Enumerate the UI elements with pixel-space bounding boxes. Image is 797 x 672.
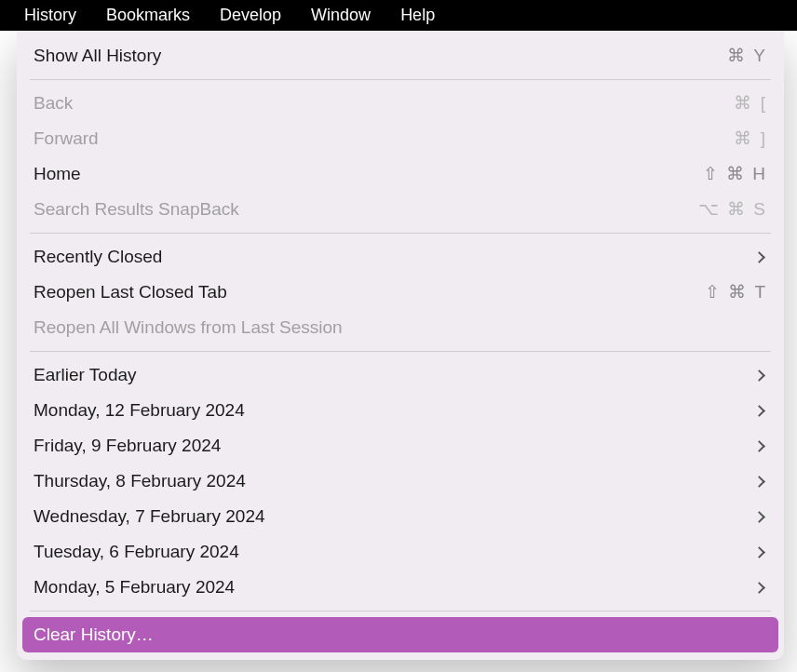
chevron-right-icon — [753, 511, 765, 523]
menu-item-show-all-history[interactable]: Show All History ⌘ Y — [17, 38, 784, 74]
keyboard-shortcut: ⌘ ] — [734, 125, 767, 153]
menu-separator — [30, 351, 771, 352]
menu-label: Monday, 5 February 2024 — [34, 573, 755, 601]
menu-label: Forward — [34, 125, 734, 153]
menu-label: Friday, 9 February 2024 — [34, 432, 755, 460]
menu-item-forward: Forward ⌘ ] — [17, 121, 784, 156]
menubar-item-bookmarks[interactable]: Bookmarks — [91, 0, 205, 31]
menubar: History Bookmarks Develop Window Help — [0, 0, 797, 31]
chevron-right-icon — [753, 405, 765, 417]
menu-label: Monday, 12 February 2024 — [34, 396, 755, 424]
menu-label: Earlier Today — [34, 361, 755, 389]
menu-item-back: Back ⌘ [ — [17, 86, 784, 121]
menu-label: Wednesday, 7 February 2024 — [34, 503, 755, 531]
keyboard-shortcut: ⌘ [ — [734, 89, 767, 117]
menu-label: Search Results SnapBack — [34, 195, 698, 223]
menu-label: Recently Closed — [34, 243, 755, 271]
menu-item-history-date[interactable]: Monday, 5 February 2024 — [17, 570, 784, 605]
menu-item-search-snapback: Search Results SnapBack ⌥ ⌘ S — [17, 192, 784, 227]
menubar-item-history[interactable]: History — [9, 0, 91, 31]
keyboard-shortcut: ⇧ ⌘ H — [703, 160, 767, 188]
menu-label: Tuesday, 6 February 2024 — [34, 538, 755, 566]
menu-label: Back — [34, 89, 734, 117]
menu-label: Reopen All Windows from Last Session — [34, 314, 767, 342]
chevron-right-icon — [753, 251, 765, 263]
menubar-item-window[interactable]: Window — [296, 0, 385, 31]
chevron-right-icon — [753, 440, 765, 452]
menu-separator — [30, 611, 771, 612]
menu-item-history-date[interactable]: Monday, 12 February 2024 — [17, 393, 784, 428]
menu-item-home[interactable]: Home ⇧ ⌘ H — [17, 156, 784, 192]
history-dropdown-menu: Show All History ⌘ Y Back ⌘ [ Forward ⌘ … — [17, 31, 784, 660]
menu-separator — [30, 79, 771, 80]
menu-label: Clear History… — [34, 621, 767, 649]
menu-label: Reopen Last Closed Tab — [34, 278, 705, 306]
menu-item-reopen-all-windows: Reopen All Windows from Last Session — [17, 310, 784, 345]
keyboard-shortcut: ⌥ ⌘ S — [698, 195, 767, 223]
chevron-right-icon — [753, 546, 765, 558]
menu-item-history-date[interactable]: Earlier Today — [17, 357, 784, 393]
keyboard-shortcut: ⌘ Y — [727, 42, 767, 70]
menu-item-clear-history[interactable]: Clear History… — [22, 617, 778, 652]
menu-label: Home — [34, 160, 703, 188]
chevron-right-icon — [753, 476, 765, 488]
menu-item-history-date[interactable]: Tuesday, 6 February 2024 — [17, 534, 784, 570]
menu-item-history-date[interactable]: Thursday, 8 February 2024 — [17, 464, 784, 499]
menu-label: Thursday, 8 February 2024 — [34, 467, 755, 495]
menu-item-recently-closed[interactable]: Recently Closed — [17, 239, 784, 275]
chevron-right-icon — [753, 370, 765, 382]
menubar-item-help[interactable]: Help — [385, 0, 450, 31]
menubar-item-develop[interactable]: Develop — [205, 0, 296, 31]
menu-separator — [30, 233, 771, 234]
menu-label: Show All History — [34, 42, 727, 70]
menu-item-history-date[interactable]: Wednesday, 7 February 2024 — [17, 499, 784, 534]
menu-item-reopen-last-tab[interactable]: Reopen Last Closed Tab ⇧ ⌘ T — [17, 275, 784, 310]
menu-item-history-date[interactable]: Friday, 9 February 2024 — [17, 428, 784, 464]
chevron-right-icon — [753, 582, 765, 594]
keyboard-shortcut: ⇧ ⌘ T — [705, 278, 767, 306]
